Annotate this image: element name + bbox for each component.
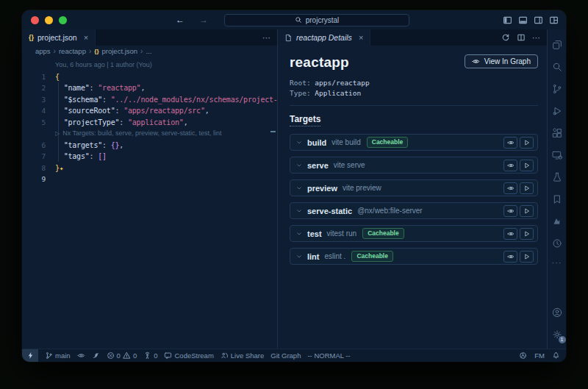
target-row-serve[interactable]: serve vite serve	[290, 157, 538, 174]
targets-heading: Targets	[290, 114, 320, 126]
chevron-right-icon: ›	[89, 47, 91, 55]
target-row-build[interactable]: build vite build Cacheable	[290, 134, 538, 151]
statusbar-bird[interactable]	[92, 351, 100, 360]
pretzel-icon[interactable]	[519, 351, 527, 360]
project-root: Root: apps/reactapp	[290, 78, 538, 88]
remote-indicator[interactable]	[22, 349, 38, 362]
statusbar-problems[interactable]: 0 0	[107, 351, 137, 360]
play-icon	[523, 230, 531, 238]
chevron-down-icon[interactable]	[296, 140, 302, 146]
cacheable-badge: Cacheable	[351, 251, 393, 262]
statusbar-git-graph[interactable]: Git Graph	[270, 351, 301, 360]
code-line: 7 "tags": []	[22, 151, 277, 163]
codelens-blame[interactable]: You, 6 hours ago | 1 author (You)	[22, 60, 277, 71]
target-row-lint[interactable]: lint eslint . Cacheable	[290, 248, 538, 265]
breadcrumb-item-apps[interactable]: apps	[35, 47, 51, 55]
line-number: 5	[22, 117, 55, 129]
search-icon	[551, 61, 563, 73]
run-target-button[interactable]	[520, 182, 534, 194]
line-number: 1	[22, 71, 55, 83]
refresh-icon[interactable]	[501, 33, 510, 42]
breadcrumb-item-reactapp[interactable]: reactapp	[59, 47, 86, 55]
eye-icon	[507, 253, 514, 260]
eye-icon	[507, 185, 514, 192]
run-target-button[interactable]	[520, 228, 534, 240]
chevron-down-icon[interactable]	[296, 254, 302, 260]
run-target-button[interactable]	[520, 251, 534, 263]
back-button[interactable]: ←	[176, 15, 184, 25]
chevron-down-icon[interactable]	[296, 208, 302, 214]
activity-bar: ··· 1	[547, 29, 566, 349]
show-target-button[interactable]	[503, 182, 517, 194]
close-window-button[interactable]	[31, 16, 39, 24]
activitybar-item-bookmarks[interactable]	[548, 188, 567, 210]
view-in-graph-button[interactable]: View In Graph	[465, 54, 538, 68]
chevron-down-icon[interactable]	[296, 185, 302, 191]
maximize-window-button[interactable]	[59, 16, 67, 24]
more-actions-icon[interactable]: ⋯	[532, 33, 540, 43]
statusbar-fm[interactable]: FM	[534, 351, 545, 360]
minimize-window-button[interactable]	[45, 16, 53, 24]
run-target-button[interactable]	[520, 205, 534, 217]
chevron-down-icon[interactable]	[296, 163, 302, 168]
show-target-button[interactable]	[503, 228, 517, 240]
statusbar-blame-toggle[interactable]	[77, 351, 85, 360]
activitybar-item-settings[interactable]: 1	[548, 324, 567, 346]
activitybar-item-testing[interactable]	[548, 166, 567, 188]
tab-reactapp-details[interactable]: reactapp Details ×	[278, 29, 370, 46]
breadcrumb-item-symbol[interactable]: ...	[146, 47, 151, 55]
git-branch-icon	[45, 351, 53, 360]
statusbar-ports[interactable]: 0	[143, 351, 157, 360]
activitybar-item-search[interactable]	[548, 56, 567, 78]
statusbar-codestream[interactable]: CodeStream	[164, 351, 213, 360]
statusbar-vim-mode[interactable]: -- NORMAL --	[307, 351, 350, 360]
breadcrumb-item-file[interactable]: project.json	[102, 47, 138, 55]
run-target-button[interactable]	[520, 137, 534, 149]
activitybar-item-explorer[interactable]	[548, 34, 567, 56]
beaker-icon	[551, 171, 563, 183]
target-row-preview[interactable]: preview vite preview	[290, 179, 538, 196]
split-editor-icon[interactable]	[517, 33, 526, 42]
forward-button[interactable]: →	[199, 15, 208, 25]
activitybar-item-nx-console[interactable]	[548, 210, 567, 232]
show-target-button[interactable]	[503, 251, 517, 263]
codestream-icon	[164, 351, 172, 360]
error-icon	[107, 351, 115, 360]
run-target-button[interactable]	[520, 160, 534, 171]
show-target-button[interactable]	[503, 160, 517, 171]
breadcrumb: apps › reactapp › {} project.json › ...	[22, 46, 277, 56]
bell-icon[interactable]	[552, 351, 560, 360]
code-line: 2 "name": "reactapp",	[22, 82, 277, 94]
toggle-panel-icon[interactable]	[518, 15, 528, 25]
editor-group-left: {} project.json × ⋯ apps › reactapp › {}…	[22, 29, 277, 349]
close-tab-icon[interactable]: ×	[359, 33, 363, 42]
cacheable-badge: Cacheable	[367, 137, 409, 148]
line-number: 7	[22, 151, 55, 163]
activitybar-item-run-debug[interactable]	[548, 100, 567, 122]
tab-project-json[interactable]: {} project.json ×	[22, 29, 96, 46]
command-center-search[interactable]: projcrystal	[224, 14, 409, 26]
run-debug-icon	[551, 105, 563, 117]
show-target-button[interactable]	[503, 137, 517, 149]
close-tab-icon[interactable]: ×	[84, 33, 88, 42]
warning-icon	[123, 351, 131, 360]
more-actions-icon[interactable]: ⋯	[262, 33, 270, 43]
activitybar-item-account[interactable]	[548, 301, 567, 324]
show-target-button[interactable]	[503, 205, 517, 217]
activitybar-more-icon[interactable]: ···	[548, 254, 567, 271]
activitybar-item-remote-explorer[interactable]	[548, 144, 567, 166]
customize-layout-icon[interactable]	[549, 15, 559, 25]
statusbar-liveshare[interactable]: Live Share	[220, 351, 264, 360]
activitybar-item-extensions[interactable]	[548, 122, 567, 144]
target-row-test[interactable]: test vitest run Cacheable	[290, 225, 538, 242]
activitybar-item-source-control[interactable]	[548, 78, 567, 100]
codelens-nx-targets[interactable]: ▷Nx Targets: build, serve, preview, serv…	[22, 128, 277, 140]
toggle-secondary-sidebar-icon[interactable]	[534, 15, 543, 25]
chevron-down-icon[interactable]	[296, 231, 302, 237]
statusbar-branch[interactable]: main	[45, 351, 71, 360]
toggle-sidebar-icon[interactable]	[503, 15, 512, 25]
target-row-serve-static[interactable]: serve-static @nx/web:file-server	[290, 202, 538, 219]
activitybar-item-history[interactable]	[548, 232, 567, 254]
account-icon	[551, 307, 563, 318]
code-editor[interactable]: You, 6 hours ago | 1 author (You) 1 { 2 …	[22, 56, 277, 349]
